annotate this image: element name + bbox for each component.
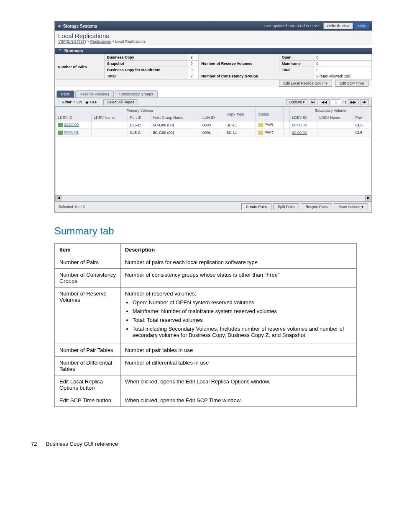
summary-label-numcg: Number of Consistency Groups [199,73,314,80]
select-all-pages-button[interactable]: Select All Pages [103,99,138,105]
horizontal-scrollbar[interactable]: ◀ ▶ [55,195,371,201]
tab-pairs[interactable]: Pairs [56,90,74,98]
page-footer-text: Business Copy GUI reference [46,441,118,447]
scroll-right-icon[interactable]: ▶ [365,195,371,201]
table-row[interactable]: 00:00:00 CL5-C 5C-G00 (00) 0000 BC-L1 PA… [56,121,371,129]
section-heading: Summary tab [54,225,357,237]
page-next-button[interactable]: ▶▶ [348,99,359,105]
summary-label-numpairs: Number of Pairs [55,54,105,80]
table-row: Number of Differential Tables Number of … [55,356,357,375]
description-table: Item Description Number of Pairs Number … [54,243,357,407]
page-prev-button[interactable]: ◀◀ [319,99,330,105]
window-titlebar: ≪ Storage Systems Last Updated : 2011/12… [55,21,372,31]
table-row: Number of Consistency Groups Number of c… [55,268,357,287]
screenshot-panel: ≪ Storage Systems Last Updated : 2011/12… [54,21,372,213]
split-pairs-button[interactable]: Split Pairs [273,203,299,210]
col-description: Description [120,243,357,256]
breadcrumb-link-replications[interactable]: Replications [90,39,111,44]
scroll-left-icon[interactable]: ◀ [55,195,61,201]
table-row: Number of Pair Tables Number of pair tab… [55,344,357,356]
page-input[interactable]: 1 [331,99,341,105]
filter-off-radio[interactable]: ◉ OFF [85,100,97,104]
filter-on-radio[interactable]: ○ ON [73,100,82,104]
collapse-chevron-icon[interactable]: ≪ [57,24,61,28]
last-updated-text: Last Updated : 2011/12/09 11:27 [264,24,319,28]
table-row: Edit SCP Time button When clicked, opens… [55,394,357,407]
document-body: Summary tab Item Description Number of P… [54,225,357,407]
summary-section-header[interactable]: ⌃ Summary [55,48,372,54]
table-row[interactable]: 00:00:01 CL5-C 5C-G00 (00) 0001 BC-L1 PA… [56,129,371,136]
summary-actions: Edit Local Replica Options Edit SCP Time [55,80,372,87]
page-footer: 72 Business Copy GUI reference [31,441,399,447]
selected-count-label: Selected: 0 of 2 [59,205,240,209]
help-button[interactable]: Help [354,23,369,29]
page-of-label: / 1 [343,100,347,104]
page-last-button[interactable]: ⏭ [360,99,369,105]
ldev-id-link[interactable]: 00:00:02 [290,121,317,129]
filter-chevron-icon: ⌃ [58,100,61,104]
more-actions-dropdown[interactable]: More Actions ▾ [334,203,368,210]
tab-consistency-groups[interactable]: Consistency Groups [115,90,158,98]
edit-local-replica-options-button[interactable]: Edit Local Replica Options [279,80,332,87]
page-first-button[interactable]: ⏮ [309,99,317,105]
create-pairs-button[interactable]: Create Pairs [241,203,271,210]
page-title: Local Replications [58,32,368,39]
window-title: Storage Systems [63,24,264,28]
table-row: Edit Local Replica Options button When c… [55,375,357,394]
page-number: 72 [31,441,37,447]
table-row: Number of Reserve Volumes Number of rese… [55,287,357,344]
col-group-primary: Primary Volume [56,107,224,114]
pair-status-icon [258,123,263,127]
refresh-view-button[interactable]: Refresh View [323,23,353,29]
summary-table: Number of Pairs Business Copy2 Number of… [55,54,372,80]
col-item: Item [55,243,120,256]
ldev-id-link[interactable]: 00:00:00 [56,121,92,129]
volume-icon [58,131,63,135]
tab-bar: Pairs Reserve Volumes Consistency Groups [55,90,372,98]
filter-label: Filter [62,100,72,104]
chevron-up-icon: ⌃ [58,49,61,53]
table-row: Number of Pairs Number of pairs for each… [55,256,357,268]
tab-reserve-volumes[interactable]: Reserve Volumes [75,90,114,98]
data-grid: Primary Volume Copy Type Status Secondar… [55,107,372,212]
filter-toolbar: ⌃ Filter ○ ON ◉ OFF Select All Pages Opt… [55,98,372,107]
pair-status-icon [258,131,263,135]
summary-label-numresv: Number of Reserve Volumes [199,54,279,73]
breadcrumb: VSP(S/N:64557) > Replications > Local Re… [58,39,368,44]
page-header: Local Replications VSP(S/N:64557) > Repl… [55,31,372,45]
options-dropdown[interactable]: Options ▾ [286,99,307,105]
col-group-secondary: Secondary Volume [290,107,371,114]
edit-scp-time-button[interactable]: Edit SCP Time [335,80,368,87]
breadcrumb-link-storage[interactable]: VSP(S/N:64557) [58,39,86,44]
ldev-id-link[interactable]: 00:00:03 [290,129,317,136]
grid-footer: Selected: 0 of 2 Create Pairs Split Pair… [55,201,371,212]
volume-icon [58,123,63,127]
ldev-id-link[interactable]: 00:00:01 [56,129,92,136]
resync-pairs-button[interactable]: Resync Pairs [301,203,332,210]
